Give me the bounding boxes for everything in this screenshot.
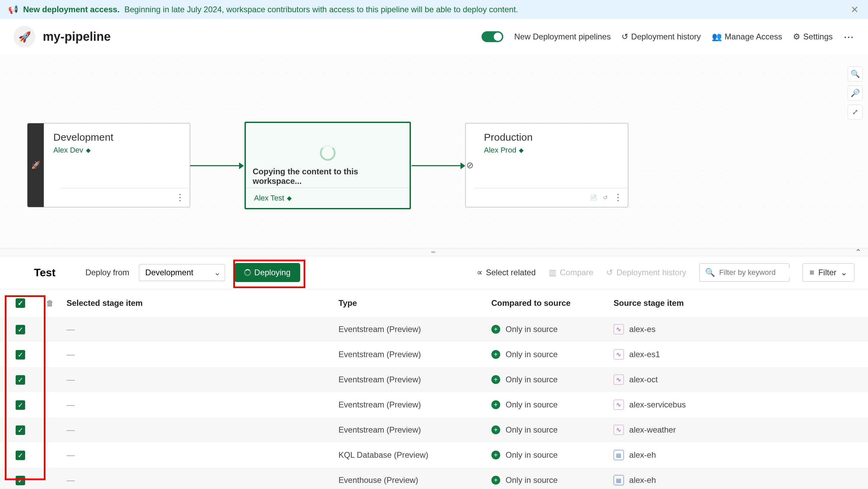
expand-icon[interactable]: ⌃ (855, 248, 863, 257)
stage-title: Development (53, 132, 180, 143)
manage-access-label: Manage Access (725, 32, 782, 41)
selected-item: — (67, 350, 75, 359)
select-all-checkbox[interactable]: ✓ (16, 298, 25, 308)
history-icon: ↺ (606, 268, 613, 277)
deploy-button[interactable]: Deploying (235, 263, 300, 282)
row-checkbox[interactable]: ✓ (16, 400, 25, 410)
stage-workspace-link[interactable]: Alex Test ◆ (254, 194, 292, 203)
stage-workspace-link[interactable]: Alex Dev ◆ (53, 146, 180, 155)
panel-resizer[interactable]: ═ ⌃ (0, 248, 868, 256)
item-type: Eventstream (Preview) (333, 342, 486, 367)
plus-icon: + (491, 375, 500, 384)
premium-icon: ◆ (287, 194, 292, 202)
more-menu[interactable]: ⋯ (844, 31, 854, 43)
item-type: Eventstream (Preview) (333, 317, 486, 342)
selected-item: — (67, 375, 75, 384)
stage-more-menu[interactable]: ⋮ (176, 192, 184, 203)
pipeline-canvas[interactable]: 🔍 🔎 ⤢ 🚀 Development Alex Dev ◆ ⋮ Copying… (0, 54, 868, 248)
deployment-history-link[interactable]: ↺ Deployment history (621, 32, 701, 41)
compare-status: Only in source (506, 425, 558, 435)
source-item-name: alex-oct (629, 375, 658, 384)
row-checkbox[interactable]: ✓ (16, 476, 25, 485)
megaphone-icon: 📢 (8, 5, 18, 14)
selected-item: — (67, 450, 75, 459)
zoom-fit-button[interactable]: ⤢ (848, 105, 863, 120)
deploy-source-select[interactable]: Development ⌄ (139, 264, 225, 281)
item-type-icon: ∿ (614, 400, 624, 410)
source-item-name: alex-es1 (629, 350, 660, 359)
filter-input[interactable]: 🔍 (699, 263, 790, 282)
deployment-history-label: Deployment history (631, 32, 701, 41)
premium-icon: ◆ (519, 146, 524, 154)
zoom-out-button[interactable]: 🔎 (848, 86, 863, 101)
column-selected[interactable]: Selected stage item (61, 289, 333, 317)
stage-production[interactable]: ⊘ Production Alex Prod ◆ 📄 ↺ ⋮ (465, 123, 628, 207)
workspace-dev-label: Alex Dev (53, 146, 83, 155)
close-icon[interactable]: ✕ (851, 4, 858, 15)
plus-icon: + (491, 425, 500, 434)
table-row[interactable]: ✓—Eventstream (Preview)+Only in source∿a… (0, 392, 868, 417)
plus-icon: + (491, 451, 500, 459)
filter-icon: ≡ (810, 268, 814, 277)
plus-icon: + (491, 325, 500, 334)
selected-item: — (67, 400, 75, 409)
table-row[interactable]: ✓—Eventstream (Preview)+Only in source∿a… (0, 317, 868, 342)
chevron-down-icon: ⌄ (214, 268, 221, 277)
filter-button-label: Filter (818, 268, 836, 277)
disabled-icon: ⊘ (466, 123, 474, 207)
stage-test[interactable]: Copying the content to this workspace...… (245, 122, 411, 209)
connector-arrow (190, 165, 243, 166)
pipeline-name: my-pipeline (43, 30, 111, 44)
column-compared[interactable]: Compared to source (486, 289, 608, 317)
settings-label: Settings (803, 32, 833, 41)
toggle-label: New Deployment pipelines (514, 32, 611, 41)
workspace-prod-label: Alex Prod (484, 146, 516, 155)
table-row[interactable]: ✓—Eventstream (Preview)+Only in source∿a… (0, 342, 868, 367)
stage-development[interactable]: 🚀 Development Alex Dev ◆ ⋮ (27, 123, 190, 207)
item-type: Eventhouse (Preview) (333, 468, 486, 489)
stage-workspace-link[interactable]: Alex Prod ◆ (484, 146, 618, 155)
zoom-in-button[interactable]: 🔍 (848, 67, 863, 82)
source-item-name: alex-eh (629, 475, 656, 485)
table-row[interactable]: ✓—Eventstream (Preview)+Only in source∿a… (0, 367, 868, 392)
plus-icon: + (491, 476, 500, 485)
compare-status: Only in source (506, 375, 558, 384)
table-row[interactable]: ✓—Eventstream (Preview)+Only in source∿a… (0, 417, 868, 442)
source-item-name: alex-servicebus (629, 400, 686, 409)
select-related-button[interactable]: ∝ Select related (477, 268, 536, 277)
spinner-icon (320, 145, 336, 161)
trash-icon[interactable]: 🗑 (46, 299, 54, 308)
history-icon[interactable]: ↺ (603, 194, 608, 201)
row-checkbox[interactable]: ✓ (16, 425, 25, 435)
item-type-icon: ∿ (614, 425, 624, 435)
assign-icon[interactable]: 📄 (590, 194, 597, 201)
column-type[interactable]: Type (333, 289, 486, 317)
row-checkbox[interactable]: ✓ (16, 451, 25, 460)
item-type: KQL Database (Preview) (333, 442, 486, 468)
spinner-icon (244, 269, 251, 276)
row-checkbox[interactable]: ✓ (16, 375, 25, 385)
manage-access-link[interactable]: 👥 Manage Access (712, 32, 782, 41)
row-checkbox[interactable]: ✓ (16, 350, 25, 360)
source-item-name: alex-eh (629, 450, 656, 460)
item-type-icon: ▤ (614, 475, 624, 485)
settings-link[interactable]: ⚙ Settings (793, 32, 833, 41)
row-checkbox[interactable]: ✓ (16, 325, 25, 334)
deployment-history-label: Deployment history (616, 268, 686, 277)
filter-button[interactable]: ≡ Filter ⌄ (802, 263, 854, 282)
column-source[interactable]: Source stage item (608, 289, 868, 317)
filter-keyword-field[interactable] (719, 268, 813, 277)
table-row[interactable]: ✓—Eventhouse (Preview)+Only in source▤al… (0, 468, 868, 489)
history-icon: ↺ (621, 32, 628, 41)
chevron-down-icon: ⌄ (840, 268, 847, 277)
plus-icon: + (491, 400, 500, 409)
compare-button: ▥ Compare (549, 268, 594, 277)
item-type: Eventstream (Preview) (333, 367, 486, 392)
new-pipelines-toggle[interactable] (482, 31, 503, 42)
compare-status: Only in source (506, 325, 558, 334)
people-icon: 👥 (712, 32, 722, 41)
item-type-icon: ∿ (614, 374, 624, 385)
premium-icon: ◆ (86, 146, 91, 154)
table-row[interactable]: ✓—KQL Database (Preview)+Only in source▤… (0, 442, 868, 468)
stage-more-menu[interactable]: ⋮ (614, 192, 622, 203)
